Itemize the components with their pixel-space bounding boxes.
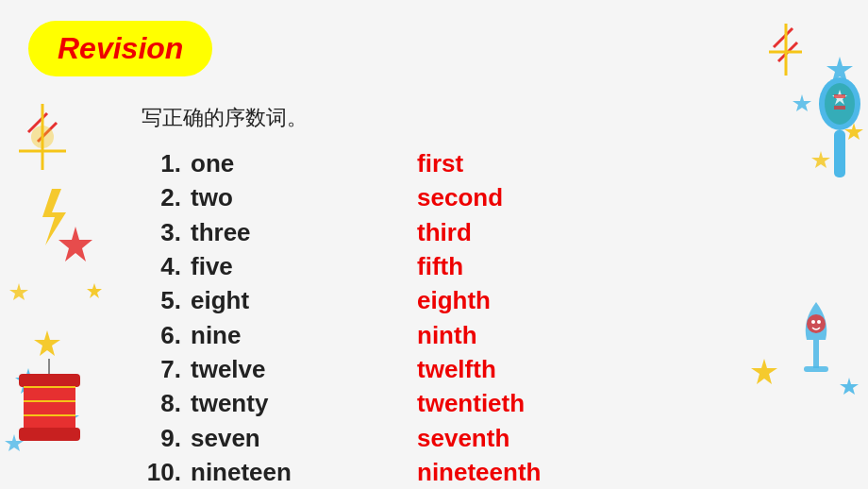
svg-point-16 (31, 126, 54, 148)
svg-point-34 (817, 320, 821, 324)
svg-marker-3 (34, 330, 60, 356)
item-answer: twentieth (417, 387, 525, 419)
item-word: nine (191, 319, 342, 351)
svg-marker-35 (751, 359, 777, 384)
item-word: eight (191, 284, 342, 316)
item-word: five (191, 250, 342, 282)
exercise-list: 1.onefirst2.twosecond3.threethird4.fivef… (142, 147, 541, 488)
list-item: 6.nineninth (142, 319, 541, 351)
item-answer: second (417, 181, 503, 213)
list-item: 3.threethird (142, 216, 541, 248)
item-number: 2. (142, 181, 181, 213)
list-item: 9.sevenseventh (142, 422, 541, 454)
item-number: 9. (142, 422, 181, 454)
item-number: 1. (142, 147, 181, 179)
svg-line-37 (774, 28, 793, 47)
svg-point-32 (807, 314, 826, 333)
instruction-text: 写正确的序数词。 (142, 104, 541, 132)
svg-point-26 (825, 83, 855, 125)
list-item: 8.twentytwentieth (142, 387, 541, 419)
item-word: twelve (191, 353, 342, 385)
item-answer: fifth (417, 250, 463, 282)
item-number: 4. (142, 250, 181, 282)
svg-marker-36 (840, 378, 859, 395)
svg-marker-21 (793, 94, 811, 111)
svg-rect-6 (19, 374, 80, 387)
item-word: three (191, 216, 342, 248)
item-word: nineteen (191, 456, 342, 488)
svg-marker-17 (58, 227, 92, 261)
svg-rect-29 (834, 106, 845, 110)
item-word: seven (191, 422, 342, 454)
item-word: twenty (191, 387, 342, 419)
item-word: two (191, 181, 342, 213)
svg-rect-30 (813, 340, 819, 368)
list-item: 10.nineteennineteenth (142, 456, 541, 488)
svg-rect-31 (804, 366, 828, 372)
svg-marker-18 (87, 283, 102, 298)
svg-marker-19 (42, 189, 66, 245)
svg-rect-25 (834, 130, 845, 177)
svg-rect-7 (19, 428, 80, 441)
item-answer: twelfth (417, 353, 496, 385)
svg-rect-28 (834, 94, 845, 98)
item-answer: eighth (417, 284, 491, 316)
list-item: 7.twelvetwelfth (142, 353, 541, 385)
item-answer: nineteenth (417, 456, 541, 488)
item-answer: ninth (417, 319, 477, 351)
item-answer: first (417, 147, 463, 179)
list-item: 1.onefirst (142, 147, 541, 179)
svg-marker-23 (811, 151, 830, 168)
list-item: 2.twosecond (142, 181, 541, 213)
item-number: 5. (142, 284, 181, 316)
item-number: 10. (142, 456, 181, 488)
item-number: 7. (142, 353, 181, 385)
svg-marker-4 (9, 283, 28, 300)
item-answer: seventh (417, 422, 509, 454)
item-number: 8. (142, 387, 181, 419)
main-content: 写正确的序数词。 1.onefirst2.twosecond3.threethi… (142, 104, 541, 489)
right-decoration (726, 0, 868, 489)
svg-point-33 (811, 320, 815, 324)
item-word: one (191, 147, 342, 179)
item-answer: third (417, 216, 472, 248)
item-number: 3. (142, 216, 181, 248)
list-item: 5.eighteighth (142, 284, 541, 316)
revision-label: Revision (58, 31, 183, 65)
list-item: 4.fivefifth (142, 250, 541, 282)
item-number: 6. (142, 319, 181, 351)
revision-badge: Revision (28, 21, 212, 76)
